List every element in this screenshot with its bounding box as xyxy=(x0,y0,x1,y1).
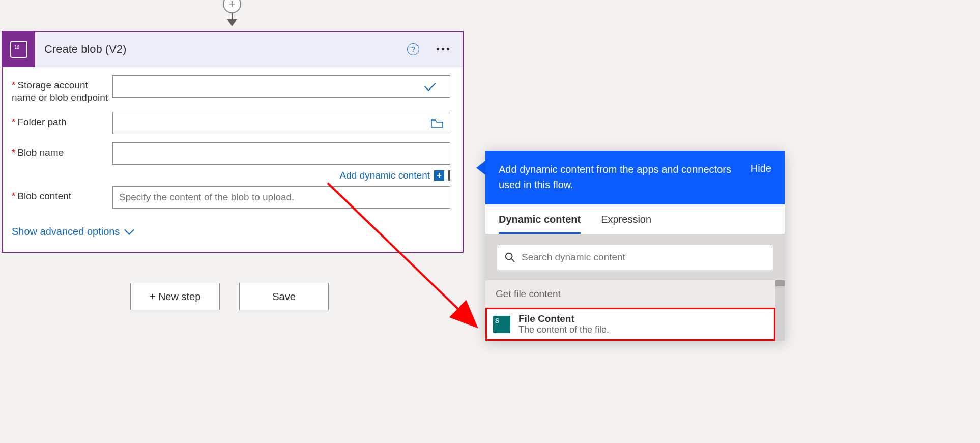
action-title: Create blob (V2) xyxy=(35,43,407,56)
folder-label-text: Folder path xyxy=(17,116,66,127)
dynamic-content-item-file-content[interactable]: File Content The content of the file. xyxy=(485,308,775,341)
blobname-field xyxy=(112,142,450,165)
blobcontent-field xyxy=(112,186,450,209)
dynamic-content-flyout: Add dynamic content from the apps and co… xyxy=(485,151,785,341)
flyout-hide-link[interactable]: Hide xyxy=(751,162,771,174)
svg-point-0 xyxy=(506,253,512,260)
add-dynamic-content-plus-icon[interactable]: + xyxy=(434,170,444,181)
flow-arrow-head xyxy=(227,19,237,26)
add-step-button[interactable]: + xyxy=(223,0,241,13)
blob-name-input[interactable] xyxy=(112,142,450,165)
flyout-item-title: File Content xyxy=(518,313,609,324)
blobcontent-label: *Blob content xyxy=(12,186,112,202)
search-icon xyxy=(504,252,515,263)
field-row-blobcontent: *Blob content xyxy=(12,186,450,209)
folder-field xyxy=(112,112,450,134)
storage-label: *Storage account name or blob endpoint xyxy=(12,75,112,104)
insert-step-control: + xyxy=(220,0,244,26)
tab-dynamic-content[interactable]: Dynamic content xyxy=(499,214,581,234)
flyout-item-text: File Content The content of the file. xyxy=(518,313,609,335)
show-advanced-options[interactable]: Show advanced options xyxy=(12,226,450,238)
flyout-tabs: Dynamic content Expression xyxy=(485,204,785,234)
blobname-label: *Blob name xyxy=(12,142,112,159)
add-dynamic-content-bar-icon xyxy=(448,170,450,181)
folder-label: *Folder path xyxy=(12,112,112,128)
add-dynamic-content-link[interactable]: Add dynamic content xyxy=(340,170,430,181)
field-row-folder: *Folder path xyxy=(12,112,450,134)
folder-path-input[interactable] xyxy=(112,112,450,134)
help-icon[interactable]: ? xyxy=(407,43,419,55)
flyout-group-header: Get file content xyxy=(485,280,775,308)
more-icon[interactable] xyxy=(437,48,449,50)
new-step-button[interactable]: + New step xyxy=(130,283,220,310)
blobname-label-text: Blob name xyxy=(17,147,64,158)
action-card-header[interactable]: Create blob (V2) ? xyxy=(3,32,463,67)
tab-expression[interactable]: Expression xyxy=(601,214,651,234)
add-dynamic-content-row: Add dynamic content + xyxy=(112,170,450,181)
footer-buttons: + New step Save xyxy=(130,283,329,310)
search-input[interactable] xyxy=(522,252,766,263)
svg-line-1 xyxy=(512,259,515,262)
flyout-search-area xyxy=(485,234,785,280)
storage-dropdown[interactable] xyxy=(112,75,450,98)
blob-connector-icon xyxy=(3,32,35,67)
scrollbar-thumb[interactable] xyxy=(775,280,785,286)
blob-content-input[interactable] xyxy=(112,186,450,209)
chevron-down-icon xyxy=(124,225,134,235)
flyout-header: Add dynamic content from the apps and co… xyxy=(485,151,785,204)
field-row-storage: *Storage account name or blob endpoint xyxy=(12,75,450,104)
storage-label-text: Storage account name or blob endpoint xyxy=(12,80,108,103)
show-advanced-label: Show advanced options xyxy=(12,226,120,238)
sharepoint-icon xyxy=(493,316,510,333)
flyout-item-desc: The content of the file. xyxy=(518,324,609,335)
blobcontent-label-text: Blob content xyxy=(17,191,71,201)
action-card: Create blob (V2) ? *Storage account name… xyxy=(2,31,464,253)
flyout-pointer-icon xyxy=(476,161,485,175)
card-header-actions: ? xyxy=(407,43,463,55)
flyout-header-text: Add dynamic content from the apps and co… xyxy=(499,162,740,192)
action-card-body: *Storage account name or blob endpoint *… xyxy=(3,67,463,252)
storage-field xyxy=(112,75,450,98)
field-row-blobname: *Blob name xyxy=(12,142,450,165)
flyout-search-box[interactable] xyxy=(497,245,773,270)
save-button[interactable]: Save xyxy=(239,283,329,310)
flyout-results: Get file content File Content The conten… xyxy=(485,280,785,341)
